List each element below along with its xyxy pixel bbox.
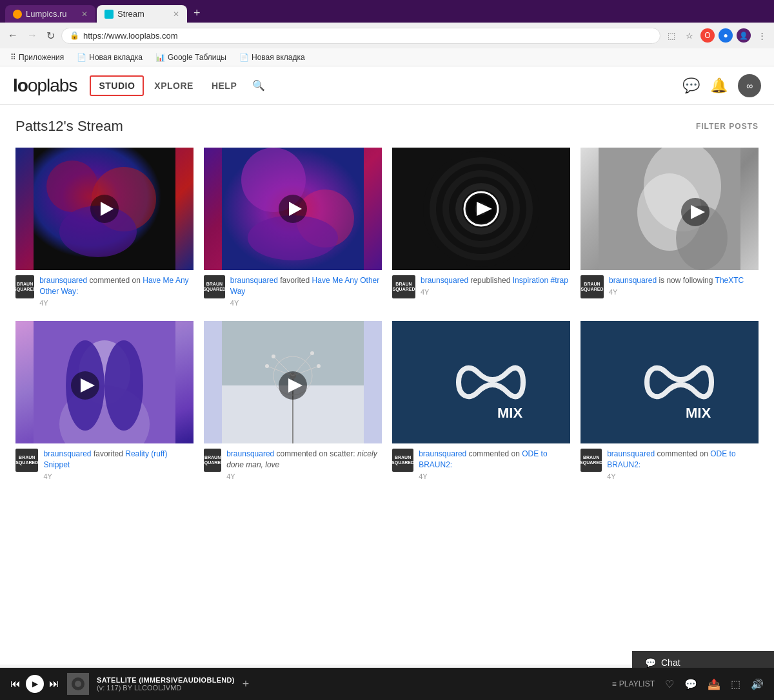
post-time-6: 4Y [226, 472, 382, 481]
post-meta-3: braunsquared republished Inspiration #tr… [421, 275, 568, 297]
post-card-3[interactable]: BRAUNSQUARED braunsquared republished In… [392, 148, 570, 311]
post-time-2: 4Y [230, 298, 382, 308]
share-icon[interactable]: 📤 [708, 678, 720, 690]
post-avatar-3: BRAUNSQUARED [392, 275, 415, 298]
track-title: SATELLITE (IMMERSIVEAUDIOBLEND) [97, 676, 235, 684]
post-user-3[interactable]: braunsquared [421, 276, 468, 285]
post-card-5[interactable]: BRAUNSQUARED braunsquared favorited Real… [15, 321, 194, 484]
tab-close-stream[interactable]: ✕ [173, 10, 179, 19]
back-button[interactable]: ← [5, 28, 21, 43]
bookmark-newtab2[interactable]: 📄 Новая вкладка [234, 52, 310, 63]
post-info-7: BRAUNSQUARED braunsquared commented on O… [392, 443, 570, 484]
next-button[interactable]: ⏭ [49, 678, 59, 690]
bookmark-sheets[interactable]: 📊 Google Таблицы [150, 52, 232, 63]
post-user-5[interactable]: braunsquared [43, 449, 91, 458]
opera-icon[interactable]: O [700, 28, 715, 43]
playlist-icon: ≡ [612, 679, 617, 688]
user-menu[interactable]: ∞ [738, 74, 761, 97]
post-card-8[interactable]: MIX BRAUNSQUARED braunsquared commented … [580, 321, 759, 484]
post-avatar-8: BRAUNSQUARED [580, 449, 602, 472]
post-user-2[interactable]: braunsquared [230, 276, 278, 285]
search-icon[interactable]: 🔍 [252, 79, 265, 92]
post-link-3[interactable]: Inspiration #trap [513, 276, 568, 285]
forward-button[interactable]: → [25, 28, 40, 43]
post-avatar-2: BRAUNSQUARED [204, 275, 225, 298]
mix-thumbnail-1: MIX [410, 321, 552, 443]
bookmark-newtab1-label: Новая вкладка [89, 53, 143, 62]
post-thumb-4 [580, 148, 759, 270]
tab-stream[interactable]: Stream ✕ [97, 5, 187, 23]
more-icon[interactable]: ⬚ [731, 678, 740, 690]
refresh-button[interactable]: ↻ [44, 28, 57, 43]
player-right: ≡ PLAYLIST ♡ 💬 📤 ⬚ 🔊 [612, 678, 764, 690]
mix-thumbnail-2: MIX [599, 321, 740, 443]
post-meta-7: braunsquared commented on ODE to BRAUN2:… [419, 449, 570, 481]
post-avatar-7: BRAUNSQUARED [392, 449, 413, 472]
toolbar-icons: ⬚ ☆ O ● 👤 ⋮ [664, 28, 769, 43]
play-button[interactable]: ▶ [26, 675, 44, 693]
tab-lumpics[interactable]: Lumpics.ru ✕ [5, 5, 95, 23]
tab-close-lumpics[interactable]: ✕ [81, 10, 88, 19]
bookmark-icon[interactable]: ☆ [682, 28, 697, 43]
post-user-4[interactable]: braunsquared [609, 276, 657, 285]
nav-xplore[interactable]: XPLORE [146, 77, 201, 95]
site-logo[interactable]: looplabs [13, 75, 77, 96]
prev-button[interactable]: ⏮ [10, 678, 21, 690]
bookmark-newtab1[interactable]: 📄 Новая вкладка [72, 52, 148, 63]
nav-studio[interactable]: STUDIO [90, 75, 144, 96]
post-card-4[interactable]: BRAUNSQUARED braunsquared is now followi… [580, 148, 759, 311]
tab-favicon-lumpics [13, 10, 22, 19]
bookmark-apps[interactable]: ⠿ Приложения [5, 52, 69, 63]
post-card-2[interactable]: BRAUNSQUARED braunsquared favorited Have… [204, 148, 382, 311]
post-time-7: 4Y [419, 472, 570, 481]
main-nav: STUDIO XPLORE HELP 🔍 [90, 75, 265, 96]
notification-icon[interactable]: 🔔 [710, 77, 728, 94]
post-user-7[interactable]: braunsquared [419, 449, 466, 458]
nav-help[interactable]: HELP [204, 77, 244, 95]
cast-icon[interactable]: ⬚ [664, 28, 679, 43]
post-user-1[interactable]: braunsquared [39, 276, 87, 285]
svg-point-1 [46, 160, 98, 212]
chat-label: Chat [661, 657, 680, 668]
post-avatar-6: BRAUNSQUARED [204, 449, 221, 472]
page-icon-1: 📄 [77, 53, 86, 62]
comment-icon[interactable]: 💬 [684, 678, 697, 690]
dandelion-thumbnail [204, 321, 382, 443]
post-info-4: BRAUNSQUARED braunsquared is now followi… [580, 270, 759, 301]
heart-icon[interactable]: ♡ [665, 678, 674, 690]
user-avatar[interactable]: 👤 [737, 28, 751, 43]
post-card-1[interactable]: BRAUNSQUARED braunsquared commented on H… [15, 148, 194, 311]
browser-toolbar: ← → ↻ 🔒 ⬚ ☆ O ● 👤 ⋮ [0, 23, 774, 48]
filter-posts-button[interactable]: FILTER POSTS [696, 122, 759, 131]
post-card-7[interactable]: MIX BRAUNSQUARED braunsquared commented … [392, 321, 570, 484]
address-bar[interactable]: 🔒 [61, 28, 660, 44]
post-time-4: 4Y [609, 287, 744, 297]
bookmark-newtab2-label: Новая вкладка [252, 53, 305, 62]
post-user-8[interactable]: braunsquared [607, 449, 655, 458]
tab-bar: Lumpics.ru ✕ Stream ✕ + [0, 0, 774, 23]
user-avatar-icon: ∞ [746, 81, 753, 91]
post-user-6[interactable]: braunsquared [226, 449, 274, 458]
tab-label-lumpics: Lumpics.ru [26, 9, 67, 19]
address-input[interactable] [83, 31, 652, 41]
chat-icon[interactable]: 💬 [682, 77, 700, 94]
posts-grid: BRAUNSQUARED braunsquared commented on H… [15, 148, 759, 484]
post-link-4[interactable]: TheXTC [715, 276, 744, 285]
post-time-5: 4Y [43, 472, 194, 481]
volume-icon[interactable]: 🔊 [751, 678, 764, 690]
player-track-info: SATELLITE (IMMERSIVEAUDIOBLEND) (v: 117)… [97, 676, 235, 692]
add-to-playlist-button[interactable]: + [243, 677, 250, 691]
post-info-5: BRAUNSQUARED braunsquared favorited Real… [15, 443, 194, 484]
playlist-button[interactable]: ≡ PLAYLIST [612, 679, 655, 688]
post-meta-5: braunsquared favorited Reality (ruff) Sn… [43, 449, 194, 481]
post-card-6[interactable]: BRAUNSQUARED braunsquared commented on s… [204, 321, 382, 484]
profile-icon[interactable]: ● [719, 28, 733, 43]
new-tab-button[interactable]: + [188, 4, 206, 23]
page-icon-2: 📄 [239, 53, 249, 62]
post-time-3: 4Y [421, 287, 568, 297]
menu-icon[interactable]: ⋮ [755, 28, 769, 43]
sheets-icon: 📊 [155, 53, 165, 62]
post-meta-6: braunsquared commented on scatter: nicel… [226, 449, 382, 481]
bw-thumbnail [580, 148, 759, 270]
browser-chrome: Lumpics.ru ✕ Stream ✕ + ← → ↻ 🔒 ⬚ ☆ O ● … [0, 0, 774, 66]
